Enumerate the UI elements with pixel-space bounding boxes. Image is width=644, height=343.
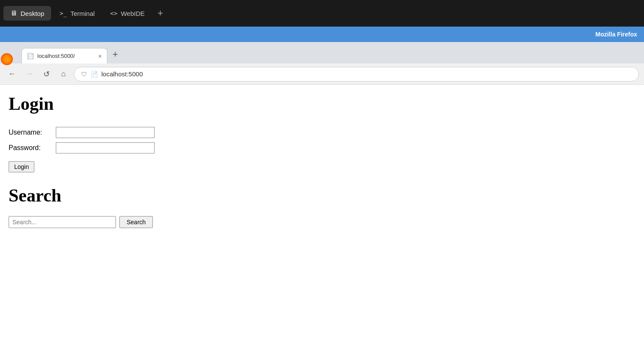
password-input[interactable] bbox=[56, 142, 155, 153]
forward-button[interactable]: → bbox=[22, 67, 36, 81]
firefox-logo bbox=[1, 53, 13, 65]
taskbar-add-button[interactable]: + bbox=[153, 6, 167, 21]
username-label: Username: bbox=[9, 129, 56, 136]
webide-icon: <> bbox=[110, 10, 118, 17]
search-row: Search bbox=[9, 216, 635, 228]
home-button[interactable]: ⌂ bbox=[57, 67, 70, 81]
page-content: Login Username: Password: Login Search S… bbox=[0, 85, 644, 343]
password-label: Password: bbox=[9, 144, 56, 152]
taskbar-tab-terminal[interactable]: >_ Terminal bbox=[53, 6, 102, 21]
browser-tab-active[interactable]: 📄 localhost:5000/ × bbox=[21, 48, 107, 63]
nav-bar: ← → ↺ ⌂ 🛡 📄 localhost:5000 bbox=[0, 63, 644, 85]
search-input[interactable] bbox=[9, 216, 116, 228]
taskbar-tab-webide-label: WebIDE bbox=[121, 10, 145, 17]
taskbar-tab-webide[interactable]: <> WebIDE bbox=[103, 6, 152, 21]
page-icon: 📄 bbox=[91, 71, 98, 78]
back-button[interactable]: ← bbox=[5, 67, 19, 81]
search-button[interactable]: Search bbox=[119, 216, 153, 228]
new-tab-button[interactable]: + bbox=[109, 47, 122, 62]
taskbar-tab-desktop-label: Desktop bbox=[21, 10, 44, 17]
terminal-icon: >_ bbox=[60, 10, 67, 17]
username-row: Username: bbox=[9, 127, 635, 138]
shield-icon: 🛡 bbox=[81, 71, 87, 78]
taskbar-tab-desktop[interactable]: 🖥 Desktop bbox=[3, 6, 51, 21]
desktop-icon: 🖥 bbox=[10, 9, 17, 17]
password-row: Password: bbox=[9, 142, 635, 153]
tab-close-button[interactable]: × bbox=[98, 53, 102, 60]
browser-chrome: Mozilla Firefox bbox=[0, 27, 644, 42]
address-bar-text: localhost:5000 bbox=[101, 70, 143, 78]
reload-button[interactable]: ↺ bbox=[39, 67, 53, 81]
tab-bar: 📄 localhost:5000/ × + bbox=[0, 42, 644, 63]
tab-url-label: localhost:5000/ bbox=[37, 53, 75, 59]
search-heading: Search bbox=[9, 185, 635, 206]
taskbar: 🖥 Desktop >_ Terminal <> WebIDE + bbox=[0, 0, 644, 27]
username-input[interactable] bbox=[56, 127, 155, 138]
login-button[interactable]: Login bbox=[9, 161, 34, 172]
taskbar-tab-terminal-label: Terminal bbox=[70, 10, 95, 17]
browser-title: Mozilla Firefox bbox=[595, 31, 637, 38]
address-bar[interactable]: 🛡 📄 localhost:5000 bbox=[74, 67, 639, 81]
tab-favicon: 📄 bbox=[27, 53, 34, 60]
login-heading: Login bbox=[9, 93, 635, 114]
